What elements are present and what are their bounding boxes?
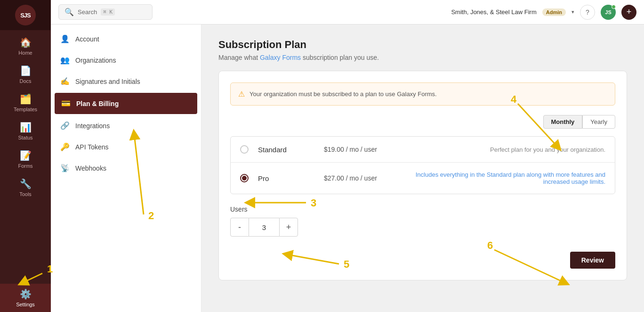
search-placeholder: Search <box>78 8 97 16</box>
yearly-toggle[interactable]: Yearly <box>582 115 615 129</box>
users-section: Users - 3 + <box>230 205 615 237</box>
search-kbd: ⌘ K <box>101 8 115 16</box>
templates-icon: 🗂️ <box>20 93 32 105</box>
pro-plan-price: $27.00 / mo / user <box>324 174 399 182</box>
avatar[interactable]: JS <box>601 5 616 20</box>
nav-item-signatures[interactable]: ✍️ Signatures and Initials <box>51 71 201 92</box>
sidebar: SJS 🏠 Home 📄 Docs 🗂️ Templates 📊 Status … <box>0 0 51 312</box>
api-tokens-icon: 🔑 <box>60 142 70 151</box>
home-icon: 🏠 <box>20 37 32 48</box>
nav-item-organizations[interactable]: 👥 Organizations <box>51 49 201 71</box>
pro-radio[interactable] <box>240 174 249 182</box>
signatures-icon: ✍️ <box>60 77 70 86</box>
nav-item-api-tokens[interactable]: 🔑 API Tokens <box>51 136 201 157</box>
sidebar-logo: SJS <box>0 0 51 30</box>
search-box[interactable]: 🔍 Search ⌘ K <box>58 4 153 20</box>
plan-table: Standard $19.00 / mo / user Perfect plan… <box>230 136 615 194</box>
nav-item-webhooks[interactable]: 📡 Webhooks <box>51 157 201 179</box>
users-stepper: - 3 + <box>230 218 298 237</box>
users-label: Users <box>230 205 615 213</box>
search-icon: 🔍 <box>64 8 74 16</box>
settings-icon: ⚙️ <box>20 288 32 300</box>
add-button[interactable]: + <box>621 5 636 20</box>
alert-box: ⚠ Your organization must be subscribed t… <box>230 82 615 106</box>
docs-icon: 📄 <box>20 65 32 76</box>
review-button[interactable]: Review <box>570 252 615 269</box>
settings-nav: 👤 Account 👥 Organizations ✍️ Signatures … <box>51 25 201 312</box>
main-area: 🔍 Search ⌘ K Smith, Jones, & Steel Law F… <box>51 0 644 312</box>
help-button[interactable]: ? <box>580 5 595 20</box>
increment-button[interactable]: + <box>279 218 298 237</box>
standard-radio[interactable] <box>240 145 249 154</box>
nav-item-plan-billing[interactable]: 💳 Plan & Billing <box>55 93 197 114</box>
chevron-down-icon[interactable]: ▾ <box>572 9 574 15</box>
sidebar-item-forms[interactable]: 📝 Forms <box>0 145 51 173</box>
monthly-toggle[interactable]: Monthly <box>543 115 583 129</box>
account-icon: 👤 <box>60 34 70 43</box>
status-icon: 📊 <box>20 122 32 133</box>
main-content: Subscription Plan Manage what Galaxy For… <box>201 25 644 312</box>
content-area: 👤 Account 👥 Organizations ✍️ Signatures … <box>51 25 644 312</box>
org-name: Smith, Jones, & Steel Law Firm <box>451 8 536 16</box>
integrations-icon: 🔗 <box>60 121 70 130</box>
forms-icon: 📝 <box>20 150 32 161</box>
pro-radio-fill <box>242 176 247 181</box>
billing-icon: 💳 <box>61 99 71 108</box>
online-indicator <box>612 5 616 9</box>
pro-plan-name: Pro <box>258 174 314 182</box>
card-footer: Review <box>230 248 615 269</box>
decrement-button[interactable]: - <box>230 218 249 237</box>
galaxy-forms-link[interactable]: Galaxy Forms <box>260 54 301 61</box>
sidebar-item-templates[interactable]: 🗂️ Templates <box>0 89 51 117</box>
alert-icon: ⚠ <box>238 90 245 99</box>
pro-plan-desc: Includes everything in the Standard plan… <box>409 171 605 185</box>
users-value: 3 <box>249 218 279 237</box>
sidebar-item-tools[interactable]: 🔧 Tools <box>0 173 51 202</box>
page-subtitle: Manage what Galaxy Forms subscription pl… <box>218 54 627 61</box>
standard-plan-desc: Perfect plan for you and your organizati… <box>409 146 605 153</box>
admin-badge: Admin <box>542 8 566 16</box>
sidebar-item-docs[interactable]: 📄 Docs <box>0 60 51 89</box>
billing-toggle: Monthly Yearly <box>230 115 615 129</box>
standard-plan-price: $19.00 / mo / user <box>324 146 399 153</box>
sidebar-item-status[interactable]: 📊 Status <box>0 117 51 145</box>
plan-row-pro[interactable]: Pro $27.00 / mo / user Includes everythi… <box>231 163 615 194</box>
page-title: Subscription Plan <box>218 39 627 51</box>
standard-plan-name: Standard <box>258 146 314 154</box>
organizations-icon: 👥 <box>60 56 70 65</box>
logo-circle: SJS <box>15 5 36 25</box>
sidebar-item-home[interactable]: 🏠 Home <box>0 32 51 60</box>
alert-text: Your organization must be subscribed to … <box>250 90 437 98</box>
plan-row-standard[interactable]: Standard $19.00 / mo / user Perfect plan… <box>231 137 615 163</box>
subscription-card: ⚠ Your organization must be subscribed t… <box>218 71 627 280</box>
topbar: 🔍 Search ⌘ K Smith, Jones, & Steel Law F… <box>51 0 644 25</box>
topbar-right: Smith, Jones, & Steel Law Firm Admin ▾ ?… <box>451 5 636 20</box>
tools-icon: 🔧 <box>20 178 32 189</box>
nav-item-integrations[interactable]: 🔗 Integrations <box>51 115 201 136</box>
webhooks-icon: 📡 <box>60 164 70 172</box>
sidebar-item-settings[interactable]: ⚙️ Settings <box>0 284 51 312</box>
nav-item-account[interactable]: 👤 Account <box>51 28 201 49</box>
